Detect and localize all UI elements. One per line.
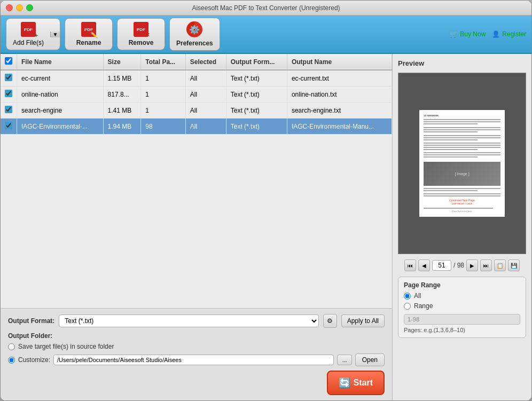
page-range-box: Page Range All Range Pages: e.g.(1,3,6,8… <box>398 277 526 338</box>
table-row[interactable]: search-engine 1.41 MB 1 All Text (*.txt)… <box>1 103 392 119</box>
row-filename: IAGC-Environmental-... <box>17 119 104 135</box>
close-button[interactable] <box>6 4 13 11</box>
row-total: 1 <box>141 87 185 103</box>
add-files-icon: PDF + <box>21 22 36 37</box>
header-size: Size <box>103 54 141 70</box>
preview-label: Preview <box>398 59 526 67</box>
table-row[interactable]: ec-current 1.15 MB 1 All Text (*.txt) ec… <box>1 70 392 87</box>
table-row[interactable]: IAGC-Environmental-... 1.94 MB 98 All Te… <box>1 119 392 135</box>
pages-hint: Pages: e.g.(1,3,6,8–10) <box>404 327 520 333</box>
customize-radio[interactable] <box>8 357 15 364</box>
bottom-row: 🔄 Start <box>8 371 385 395</box>
next-page-button[interactable]: ▶ <box>466 260 478 271</box>
row-total: 1 <box>141 70 185 87</box>
header-total-pages: Total Pa... <box>141 54 185 70</box>
row-selected: All <box>185 87 226 103</box>
toolbar-right: 🛒 Buy Now 👤 Register <box>450 30 526 38</box>
add-files-button[interactable]: PDF + Add File(s) ▼ <box>6 18 60 50</box>
range-input[interactable] <box>404 314 520 325</box>
row-format: Text (*.txt) <box>226 119 287 135</box>
row-checkbox-cell <box>1 103 17 119</box>
dots-button[interactable]: ... <box>337 355 351 365</box>
buy-now-link[interactable]: 🛒 Buy Now <box>450 30 486 38</box>
person-icon: 👤 <box>492 30 500 38</box>
row-format: Text (*.txt) <box>226 87 287 103</box>
window-title: Aiseesoft Mac PDF to Text Converter (Unr… <box>192 4 340 12</box>
header-filename: File Name <box>17 54 104 70</box>
content-area: File Name Size Total Pa... Selected Outp… <box>1 54 531 400</box>
page-range-title: Page Range <box>404 281 520 289</box>
add-files-dropdown-arrow[interactable]: ▼ <box>50 32 60 37</box>
rename-button[interactable]: PDF ✏️ Rename <box>65 18 113 50</box>
copy-icon-button[interactable]: 📋 <box>494 260 506 271</box>
start-button[interactable]: 🔄 Start <box>327 371 385 395</box>
preferences-button[interactable]: ⚙️ Preferences <box>169 18 220 51</box>
output-format-label: Output Format: <box>8 317 54 325</box>
page-number-input[interactable] <box>432 260 451 271</box>
start-label: Start <box>354 378 373 388</box>
toolbar: PDF + Add File(s) ▼ PDF ✏️ Rename PDF ✕ … <box>1 15 531 54</box>
right-panel: Preview 1.0 XXXXXXXX <box>393 54 531 400</box>
row-checkbox[interactable] <box>5 122 12 129</box>
row-format: Text (*.txt) <box>226 103 287 119</box>
page-total: / 98 <box>453 262 464 269</box>
save-source-radio[interactable] <box>8 343 15 350</box>
select-all-checkbox[interactable] <box>5 57 12 65</box>
preferences-icon: ⚙️ <box>186 21 202 37</box>
preview-image: [ Image ] <box>424 162 500 186</box>
range-pages-label: Range <box>414 302 433 310</box>
row-checkbox[interactable] <box>5 74 12 81</box>
prev-page-button[interactable]: ◀ <box>418 260 430 271</box>
row-filename: search-engine <box>17 103 104 119</box>
last-page-button[interactable]: ⏭ <box>480 260 492 271</box>
start-icon: 🔄 <box>339 377 350 389</box>
title-bar: Aiseesoft Mac PDF to Text Converter (Unr… <box>1 1 531 15</box>
row-filename: ec-current <box>17 70 104 87</box>
window-controls <box>6 4 33 11</box>
preview-controls: ⏮ ◀ / 98 ▶ ⏭ 📋 💾 <box>398 260 526 271</box>
register-label: Register <box>502 30 526 38</box>
preview-page: 1.0 XXXXXXXX <box>419 110 505 217</box>
remove-button[interactable]: PDF ✕ Remove <box>117 18 165 50</box>
app-window: Aiseesoft Mac PDF to Text Converter (Unr… <box>0 0 532 401</box>
header-selected: Selected <box>185 54 226 70</box>
file-table: File Name Size Total Pa... Selected Outp… <box>1 54 392 308</box>
header-output-name: Output Name <box>287 54 392 70</box>
minimize-button[interactable] <box>16 4 23 11</box>
all-pages-radio[interactable] <box>404 293 411 300</box>
open-button[interactable]: Open <box>355 353 385 366</box>
row-checkbox[interactable] <box>5 106 12 113</box>
range-pages-row: Range <box>404 302 520 310</box>
row-checkbox-cell <box>1 119 17 135</box>
row-format: Text (*.txt) <box>226 70 287 87</box>
table-row[interactable]: online-nation 817.8... 1 All Text (*.txt… <box>1 87 392 103</box>
all-pages-row: All <box>404 292 520 300</box>
save-source-row: Save target file(s) in source folder <box>8 343 385 350</box>
row-size: 1.94 MB <box>103 119 141 135</box>
preferences-label: Preferences <box>176 40 213 47</box>
format-select[interactable]: Text (*.txt) <box>59 314 318 327</box>
export-icon-button[interactable]: 💾 <box>508 260 520 271</box>
customize-label: Customize: <box>18 356 50 364</box>
row-output: ec-current.txt <box>287 70 392 87</box>
row-checkbox[interactable] <box>5 90 12 97</box>
path-input[interactable] <box>53 355 334 365</box>
range-pages-radio[interactable] <box>404 303 411 310</box>
row-output: search-engine.txt <box>287 103 392 119</box>
remove-label: Remove <box>129 39 154 46</box>
row-total: 98 <box>141 119 185 135</box>
apply-to-all-button[interactable]: Apply to All <box>341 314 385 327</box>
header-checkbox-col <box>1 54 17 70</box>
row-filename: online-nation <box>17 87 104 103</box>
page-range-radio-group: All Range <box>404 292 520 325</box>
add-files-label: Add File(s) <box>13 39 44 46</box>
preview-box: 1.0 XXXXXXXX <box>398 73 526 254</box>
buy-now-label: Buy Now <box>460 30 486 38</box>
maximize-button[interactable] <box>26 4 33 11</box>
row-output: IAGC-Environmental-Manu... <box>287 119 392 135</box>
preview-link: Continued Next Page <box>424 199 500 202</box>
save-source-label: Save target file(s) in source folder <box>18 343 114 350</box>
register-link[interactable]: 👤 Register <box>492 30 526 38</box>
first-page-button[interactable]: ⏮ <box>404 260 416 271</box>
settings-icon-btn[interactable]: ⚙ <box>323 314 337 328</box>
